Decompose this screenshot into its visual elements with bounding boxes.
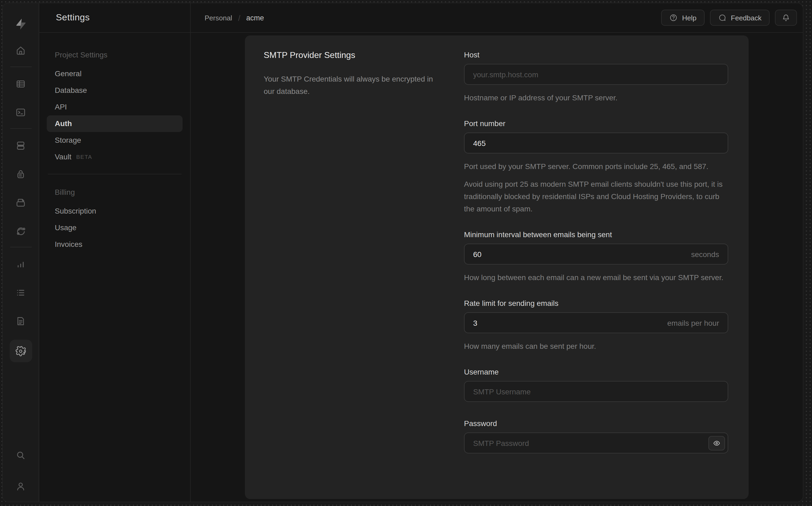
content-area: SMTP Provider Settings Your SMTP Credent… (191, 33, 803, 502)
feedback-button[interactable]: Feedback (710, 10, 769, 26)
port-label: Port number (464, 118, 728, 129)
topbar-actions: Help Feedback (661, 10, 797, 26)
storage-icon[interactable] (11, 193, 30, 212)
edge-functions-icon[interactable] (11, 221, 30, 240)
sidebar-item-vault[interactable]: Vault BETA (47, 149, 182, 165)
home-icon[interactable] (11, 41, 30, 60)
feedback-button-label: Feedback (731, 14, 761, 22)
page-title: Settings (56, 12, 90, 23)
sidebar-item-usage[interactable]: Usage (47, 220, 182, 236)
rate-label: Rate limit for sending emails (464, 298, 728, 309)
section-label-project-settings: Project Settings (47, 47, 182, 63)
sidebar-item-database[interactable]: Database (47, 82, 182, 99)
sidebar-item-api[interactable]: API (47, 99, 182, 115)
smtp-form: Host Hostname or IP address of your SMTP… (464, 50, 728, 453)
rail-divider (10, 67, 31, 67)
rail-divider (10, 128, 31, 129)
main-area: Personal / acme Help (191, 3, 803, 502)
help-button[interactable]: Help (661, 10, 705, 26)
interval-input[interactable] (464, 244, 728, 264)
auth-icon[interactable] (11, 164, 30, 183)
sidebar-divider (48, 174, 181, 174)
breadcrumb-org[interactable]: Personal (205, 14, 232, 22)
reveal-password-button[interactable] (708, 436, 725, 450)
smtp-settings-panel: SMTP Provider Settings Your SMTP Credent… (245, 35, 749, 499)
sidebar-item-invoices[interactable]: Invoices (47, 236, 182, 253)
rate-input[interactable] (464, 312, 728, 333)
panel-title: SMTP Provider Settings (264, 50, 444, 61)
table-editor-icon[interactable] (11, 74, 30, 93)
port-input[interactable] (464, 133, 728, 154)
account-icon[interactable] (11, 477, 30, 496)
help-circle-icon (669, 13, 678, 22)
breadcrumb-separator: / (238, 13, 240, 22)
search-icon[interactable] (11, 445, 30, 465)
host-label: Host (464, 50, 728, 60)
beta-badge: BETA (76, 149, 92, 165)
reports-icon[interactable] (11, 254, 30, 274)
help-button-label: Help (682, 14, 696, 22)
topbar: Personal / acme Help (191, 3, 803, 33)
icon-rail (3, 3, 39, 502)
notifications-button[interactable] (775, 10, 797, 26)
host-input[interactable] (464, 64, 728, 85)
sql-editor-icon[interactable] (11, 102, 30, 122)
desktop-background: Settings Project Settings General Databa… (0, 0, 812, 506)
panel-intro: SMTP Provider Settings Your SMTP Credent… (264, 50, 444, 453)
sidebar-item-auth[interactable]: Auth (47, 115, 182, 132)
settings-sidebar-header: Settings (39, 3, 190, 33)
rate-helper: How many emails can be sent per hour. (464, 340, 728, 352)
username-input[interactable] (464, 381, 728, 402)
database-icon[interactable] (11, 136, 30, 155)
panel-description: Your SMTP Credentials will always be enc… (264, 73, 444, 98)
settings-sidebar: Settings Project Settings General Databa… (39, 3, 191, 502)
app-window: Settings Project Settings General Databa… (2, 3, 803, 502)
docs-icon[interactable] (11, 311, 30, 331)
interval-helper: How long between each email can a new em… (464, 271, 728, 284)
logs-icon[interactable] (11, 283, 30, 302)
speech-bubble-icon (718, 13, 727, 22)
eye-icon (713, 439, 721, 447)
section-label-billing: Billing (47, 184, 182, 200)
password-label: Password (464, 418, 728, 429)
bell-icon (782, 13, 791, 22)
sidebar-item-general[interactable]: General (47, 66, 182, 82)
supabase-logo[interactable] (13, 16, 29, 32)
port-helper: Port used by your SMTP server. Common po… (464, 160, 728, 173)
username-label: Username (464, 366, 728, 377)
settings-icon[interactable] (9, 340, 32, 362)
breadcrumb-project[interactable]: acme (246, 14, 264, 22)
host-helper: Hostname or IP address of your SMTP serv… (464, 92, 728, 104)
rail-bottom-group (11, 445, 30, 496)
rail-divider (10, 247, 31, 247)
sidebar-item-storage[interactable]: Storage (47, 132, 182, 149)
interval-label: Minimum interval between emails being se… (464, 229, 728, 240)
sidebar-item-vault-label: Vault (55, 149, 71, 165)
port-note: Avoid using port 25 as modern SMTP email… (464, 178, 728, 215)
password-input[interactable] (464, 432, 728, 453)
sidebar-item-subscription[interactable]: Subscription (47, 203, 182, 220)
